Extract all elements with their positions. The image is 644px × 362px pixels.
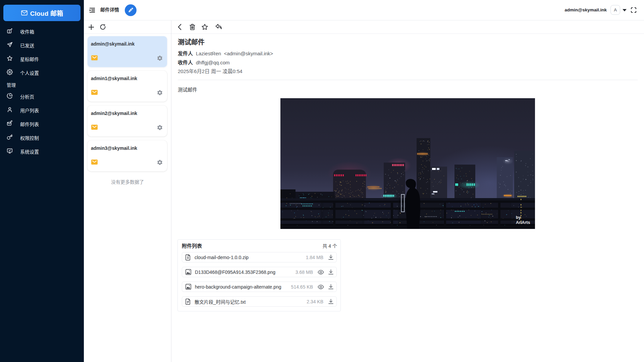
svg-text:by: by — [516, 215, 521, 220]
svg-text:AriArts: AriArts — [516, 220, 530, 225]
